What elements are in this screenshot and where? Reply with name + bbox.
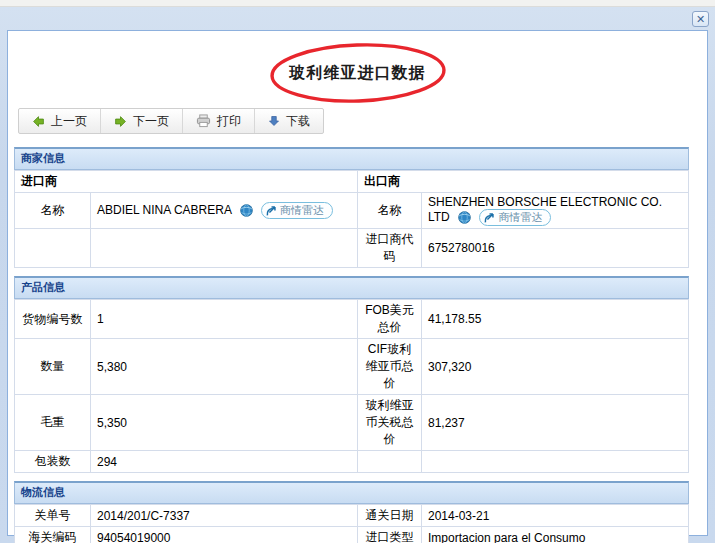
importer-name-label: 名称: [15, 193, 91, 229]
importer-code-value: 6752780016: [422, 229, 689, 268]
table-row: 进口商代码 6752780016: [15, 229, 689, 268]
toolbar: 上一页 下一页 打印 下载: [18, 108, 324, 134]
field-value: 81,237: [422, 395, 689, 451]
field-value: 307,320: [422, 339, 689, 395]
field-label: 通关日期: [358, 505, 422, 527]
table-row: 包装数 294: [15, 451, 689, 473]
product-table: 货物编号数 1 FOB美元总价 41,178.55 数量 5,380 CIF玻利…: [14, 299, 689, 473]
importer-name-cell: ABDIEL NINA CABRERA: [91, 193, 358, 229]
merchant-table: 进口商 出口商 名称 ABDIEL NINA CABRERA: [14, 170, 689, 268]
field-value: 41,178.55: [422, 300, 689, 339]
merchant-section-header: 商家信息: [14, 147, 689, 170]
importer-code-label: 进口商代码: [358, 229, 422, 268]
field-label: CIF玻利维亚币总价: [358, 339, 422, 395]
download-label: 下载: [286, 113, 310, 130]
field-label: FOB美元总价: [358, 300, 422, 339]
merchant-info-section: 商家信息 进口商 出口商 名称 ABDIEL NINA CABRERA: [14, 147, 689, 268]
print-label: 打印: [217, 113, 241, 130]
field-label: 货物编号数: [15, 300, 91, 339]
radar-icon: [484, 212, 495, 223]
field-label: 进口类型: [358, 527, 422, 543]
field-label: 包装数: [15, 451, 91, 473]
importer-group-header: 进口商: [15, 171, 358, 193]
print-button[interactable]: 打印: [183, 109, 255, 133]
prev-page-label: 上一页: [51, 113, 87, 130]
field-value: [422, 451, 689, 473]
field-value: 2014/201/C-7337: [91, 505, 358, 527]
close-button[interactable]: ✕: [692, 11, 709, 27]
field-value: 1: [91, 300, 358, 339]
table-row: 数量 5,380 CIF玻利维亚币总价 307,320: [15, 339, 689, 395]
field-label: 玻利维亚币关税总价: [358, 395, 422, 451]
table-row: 毛重 5,350 玻利维亚币关税总价 81,237: [15, 395, 689, 451]
page-title: 玻利维亚进口数据: [290, 64, 426, 81]
dialog-titlebar: ✕: [0, 7, 715, 30]
field-label: [358, 451, 422, 473]
product-section-header: 产品信息: [14, 276, 689, 299]
field-value: 5,380: [91, 339, 358, 395]
printer-icon: [196, 114, 211, 128]
table-row: 关单号 2014/201/C-7337 通关日期 2014-03-21: [15, 505, 689, 527]
dialog-content-panel: 玻利维亚进口数据 上一页 下一页 打印: [7, 30, 708, 536]
close-icon: ✕: [696, 13, 705, 25]
globe-icon[interactable]: [240, 204, 253, 217]
field-label: 毛重: [15, 395, 91, 451]
logistics-table: 关单号 2014/201/C-7337 通关日期 2014-03-21 海关编码…: [14, 504, 689, 543]
field-value: 5,350: [91, 395, 358, 451]
product-info-section: 产品信息 货物编号数 1 FOB美元总价 41,178.55 数量 5,380 …: [14, 276, 689, 473]
table-row: 名称 ABDIEL NINA CABRERA: [15, 193, 689, 229]
download-button[interactable]: 下载: [255, 109, 323, 133]
next-page-button[interactable]: 下一页: [101, 109, 183, 133]
field-label: 数量: [15, 339, 91, 395]
exporter-group-header: 出口商: [358, 171, 689, 193]
empty-cell: [91, 229, 358, 268]
empty-cell: [15, 229, 91, 268]
globe-icon[interactable]: [458, 211, 471, 224]
field-value: 2014-03-21: [422, 505, 689, 527]
table-row: 进口商 出口商: [15, 171, 689, 193]
next-page-label: 下一页: [133, 113, 169, 130]
logistics-info-section: 物流信息 关单号 2014/201/C-7337 通关日期 2014-03-21…: [14, 481, 689, 543]
field-label: 关单号: [15, 505, 91, 527]
title-area: 玻利维亚进口数据: [8, 59, 707, 87]
field-value: Importacion para el Consumo: [422, 527, 689, 543]
field-value: 94054019000: [91, 527, 358, 543]
arrow-right-icon: [114, 115, 127, 128]
table-row: 货物编号数 1 FOB美元总价 41,178.55: [15, 300, 689, 339]
arrow-left-icon: [32, 115, 45, 128]
radar-badge-label: 商情雷达: [280, 203, 324, 218]
radar-badge-label: 商情雷达: [498, 210, 542, 225]
background-strip: [0, 0, 715, 7]
logistics-section-header: 物流信息: [14, 481, 689, 504]
table-row: 海关编码 94054019000 进口类型 Importacion para e…: [15, 527, 689, 543]
importer-name: ABDIEL NINA CABRERA: [97, 203, 231, 217]
prev-page-button[interactable]: 上一页: [19, 109, 101, 133]
field-label: 海关编码: [15, 527, 91, 543]
radar-icon: [266, 205, 277, 216]
shangqing-radar-badge[interactable]: 商情雷达: [261, 202, 333, 219]
arrow-down-icon: [268, 115, 280, 127]
import-data-dialog: ✕ 玻利维亚进口数据 上一页 下一页: [0, 7, 715, 543]
field-value: 294: [91, 451, 358, 473]
shangqing-radar-badge[interactable]: 商情雷达: [479, 209, 551, 226]
exporter-name-cell: SHENZHEN BORSCHE ELECTRONIC CO. LTD: [422, 193, 689, 229]
exporter-name-label: 名称: [358, 193, 422, 229]
